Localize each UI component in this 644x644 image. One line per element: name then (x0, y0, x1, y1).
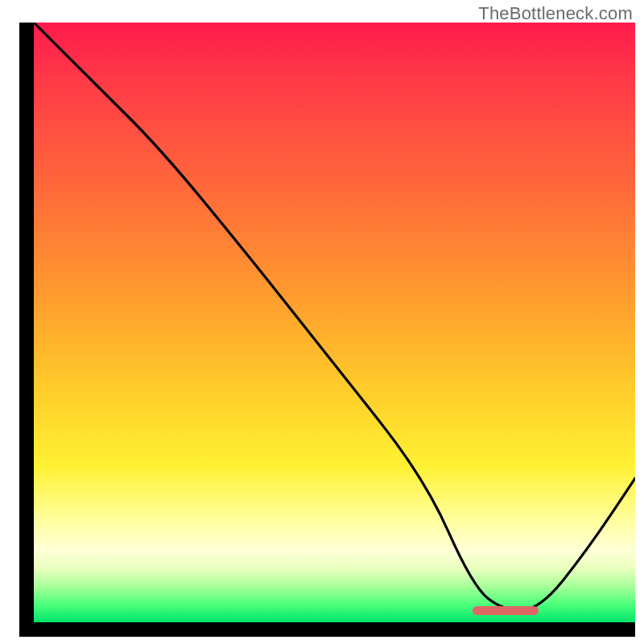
x-axis (19, 622, 635, 637)
optimal-range-marker (473, 606, 539, 615)
chart-canvas: TheBottleneck.com (0, 0, 644, 644)
y-axis (19, 23, 34, 622)
plot-area (34, 23, 635, 622)
curve-path (34, 23, 635, 610)
bottleneck-curve (34, 23, 635, 622)
watermark-text: TheBottleneck.com (478, 3, 633, 24)
